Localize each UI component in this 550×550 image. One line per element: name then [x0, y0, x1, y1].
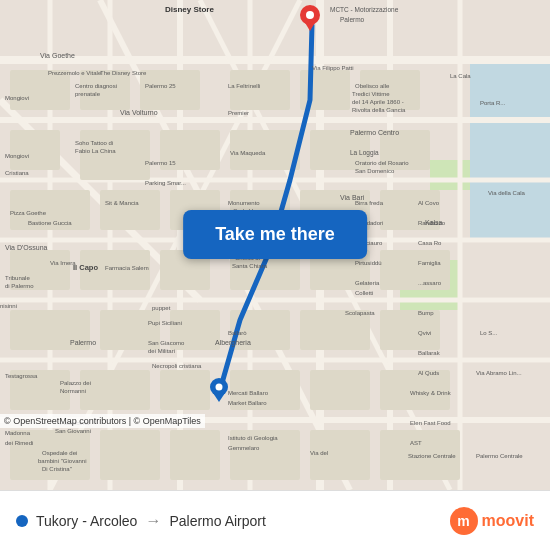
- origin-dot: [16, 515, 28, 527]
- svg-text:San Giacomo: San Giacomo: [148, 340, 185, 346]
- svg-text:puppet: puppet: [152, 305, 171, 311]
- svg-text:Di Cristina": Di Cristina": [42, 466, 72, 472]
- origin-pin: [210, 378, 228, 406]
- svg-rect-51: [160, 370, 210, 410]
- svg-text:Al Quds: Al Quds: [418, 370, 439, 376]
- svg-text:Rivolta della Gancia: Rivolta della Gancia: [352, 107, 406, 113]
- svg-text:del 14 Aprile 1860 -: del 14 Aprile 1860 -: [352, 99, 404, 105]
- svg-text:Via Goethe: Via Goethe: [40, 52, 75, 59]
- svg-text:Ballarò: Ballarò: [228, 330, 247, 336]
- svg-text:Ballarak: Ballarak: [418, 350, 441, 356]
- svg-text:Soho Tattoo di: Soho Tattoo di: [75, 140, 113, 146]
- svg-text:Via Maqueda: Via Maqueda: [230, 150, 266, 156]
- destination-label: Palermo Airport: [169, 513, 265, 529]
- svg-text:Palermo: Palermo: [70, 339, 96, 346]
- svg-text:Palermo: Palermo: [340, 16, 365, 23]
- svg-rect-56: [100, 430, 160, 480]
- svg-text:Santa Chiara: Santa Chiara: [232, 263, 268, 269]
- svg-text:Prezzemolo e Vitale: Prezzemolo e Vitale: [48, 70, 102, 76]
- svg-text:Gemmelaro: Gemmelaro: [228, 445, 260, 451]
- svg-text:Cristiana: Cristiana: [5, 170, 29, 176]
- svg-text:Palermo 15: Palermo 15: [145, 160, 176, 166]
- svg-text:La Feltrinelli: La Feltrinelli: [228, 83, 260, 89]
- svg-rect-32: [100, 190, 160, 230]
- moovit-icon: m: [450, 507, 478, 535]
- svg-text:Via Volturno: Via Volturno: [120, 109, 158, 116]
- svg-rect-26: [80, 130, 150, 180]
- svg-text:Pirtusiddú: Pirtusiddú: [355, 260, 382, 266]
- svg-text:Market Ballaro: Market Ballaro: [228, 400, 267, 406]
- svg-text:Mercati Ballaro: Mercati Ballaro: [228, 390, 269, 396]
- svg-text:Lo S...: Lo S...: [480, 330, 498, 336]
- destination-pin: [300, 5, 320, 35]
- svg-text:Necropoli cristiana: Necropoli cristiana: [152, 363, 202, 369]
- svg-text:dei Rimedi: dei Rimedi: [5, 440, 33, 446]
- svg-text:Elen Fast Food: Elen Fast Food: [410, 420, 451, 426]
- svg-rect-1: [470, 60, 550, 240]
- svg-text:Albergheria: Albergheria: [215, 339, 251, 347]
- svg-text:Monumento: Monumento: [228, 200, 260, 206]
- svg-text:Palermo 25: Palermo 25: [145, 83, 176, 89]
- svg-point-160: [306, 11, 314, 19]
- svg-text:Via della Cala: Via della Cala: [488, 190, 526, 196]
- origin-label: Tukory - Arcoleo: [36, 513, 137, 529]
- svg-text:Scolapasta: Scolapasta: [345, 310, 375, 316]
- svg-text:Randazzo: Randazzo: [418, 220, 446, 226]
- svg-text:Fabio La China: Fabio La China: [75, 148, 116, 154]
- svg-rect-28: [230, 70, 290, 110]
- svg-text:Mongiovi: Mongiovi: [5, 95, 29, 101]
- svg-point-163: [216, 384, 223, 391]
- svg-text:San Giovanni: San Giovanni: [55, 428, 91, 434]
- svg-rect-59: [310, 370, 370, 410]
- svg-text:Qvivi: Qvivi: [418, 330, 431, 336]
- svg-text:Ospedale dei: Ospedale dei: [42, 450, 77, 456]
- svg-text:Normanni: Normanni: [60, 388, 86, 394]
- route-arrow: →: [145, 512, 161, 530]
- svg-text:Palermo Centro: Palermo Centro: [350, 129, 399, 136]
- svg-text:Disney Store: Disney Store: [165, 5, 214, 14]
- svg-text:La Loggia: La Loggia: [350, 149, 379, 157]
- svg-text:Parking Smar...: Parking Smar...: [145, 180, 186, 186]
- svg-text:Via D'Ossuna: Via D'Ossuna: [5, 244, 48, 251]
- svg-rect-53: [300, 310, 370, 350]
- svg-text:Tribunale: Tribunale: [5, 275, 30, 281]
- svg-text:AST: AST: [410, 440, 422, 446]
- svg-text:bambini "Giovanni: bambini "Giovanni: [38, 458, 87, 464]
- svg-text:La Cala: La Cala: [450, 73, 471, 79]
- svg-rect-23: [80, 70, 130, 110]
- svg-text:Famiglia: Famiglia: [418, 260, 441, 266]
- svg-text:Premier: Premier: [228, 110, 249, 116]
- moovit-text: moovit: [482, 512, 534, 530]
- svg-text:Palazzo dei: Palazzo dei: [60, 380, 91, 386]
- svg-rect-3: [430, 160, 470, 190]
- route-info: Tukory - Arcoleo → Palermo Airport: [16, 512, 266, 530]
- svg-rect-50: [80, 370, 150, 410]
- svg-text:Gelateria: Gelateria: [355, 280, 380, 286]
- svg-text:MCTC - Motorizzazione: MCTC - Motorizzazione: [330, 6, 399, 13]
- svg-text:Al Covo: Al Covo: [418, 200, 440, 206]
- svg-text:Il Capo: Il Capo: [73, 263, 98, 272]
- svg-text:Pupi Siciliani: Pupi Siciliani: [148, 320, 182, 326]
- svg-text:Palermo Centrale: Palermo Centrale: [476, 453, 523, 459]
- svg-text:Oratorio del Rosario: Oratorio del Rosario: [355, 160, 409, 166]
- svg-text:nisinni: nisinni: [0, 303, 17, 309]
- svg-text:Farmacia Salem: Farmacia Salem: [105, 265, 149, 271]
- svg-text:Bastione Guccia: Bastione Guccia: [28, 220, 72, 226]
- svg-text:Madonna: Madonna: [5, 430, 31, 436]
- svg-text:The Disney Store: The Disney Store: [100, 70, 147, 76]
- svg-text:San Domenico: San Domenico: [355, 168, 395, 174]
- svg-text:Testagrossa: Testagrossa: [5, 373, 38, 379]
- svg-text:Whisky & Drink: Whisky & Drink: [410, 390, 452, 396]
- bottom-bar: Tukory - Arcoleo → Palermo Airport m moo…: [0, 490, 550, 550]
- svg-text:Mongiovi: Mongiovi: [5, 153, 29, 159]
- moovit-logo: m moovit: [450, 507, 534, 535]
- svg-text:Centro diagnosi: Centro diagnosi: [75, 83, 117, 89]
- svg-text:di Palermo: di Palermo: [5, 283, 34, 289]
- svg-text:Via del: Via del: [310, 450, 328, 456]
- svg-text:Colletti: Colletti: [355, 290, 373, 296]
- take-me-there-button[interactable]: Take me there: [183, 210, 367, 259]
- svg-text:Via Abramo Lin...: Via Abramo Lin...: [476, 370, 522, 376]
- svg-text:Via Filippo Patti: Via Filippo Patti: [312, 65, 354, 71]
- map-attribution: © OpenStreetMap contributors | © OpenMap…: [0, 414, 205, 428]
- svg-marker-162: [213, 393, 225, 402]
